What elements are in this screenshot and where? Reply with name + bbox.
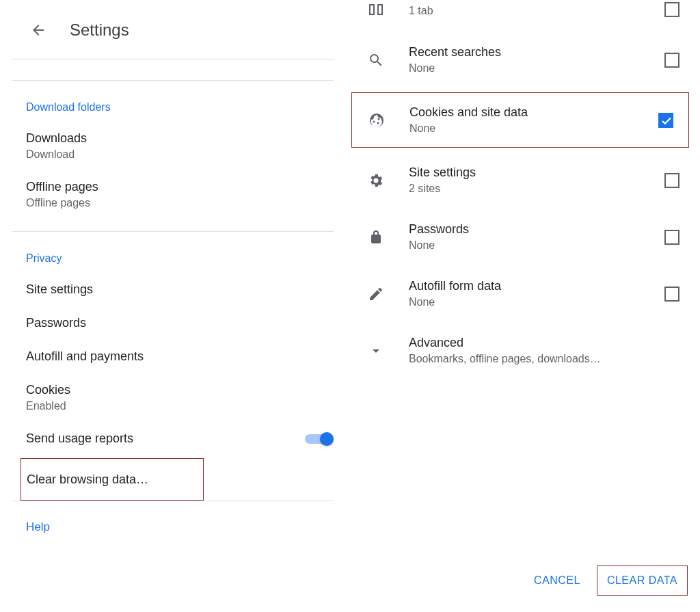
- option-title: Autofill form data: [409, 279, 664, 293]
- pencil-icon: [366, 284, 386, 304]
- row-offline-pages[interactable]: Offline pages Offline pages: [0, 170, 346, 219]
- toggle-thumb: [320, 432, 334, 446]
- option-advanced[interactable]: Advanced Bookmarks, offline pages, downl…: [346, 322, 700, 379]
- checkbox-autofill[interactable]: [664, 287, 679, 302]
- checkbox-passwords[interactable]: [664, 230, 679, 245]
- row-autofill-payments[interactable]: Autofill and payments: [0, 340, 346, 373]
- gear-icon: [366, 171, 386, 190]
- option-sub: Bookmarks, offline pages, downloads…: [409, 353, 679, 365]
- back-arrow-icon[interactable]: [30, 22, 46, 38]
- option-sub: None: [409, 62, 664, 75]
- divider: [12, 59, 334, 59]
- row-downloads[interactable]: Downloads Download: [0, 122, 346, 170]
- option-recent-searches[interactable]: Recent searches None: [346, 31, 700, 88]
- row-sub: Offline pages: [26, 197, 346, 209]
- page-title: Settings: [70, 21, 129, 40]
- row-title: Autofill and payments: [26, 349, 346, 364]
- option-sub: None: [409, 296, 664, 308]
- highlight-clear-browsing: Clear browsing data…: [21, 458, 204, 501]
- row-title: Site settings: [26, 282, 346, 297]
- svg-point-0: [373, 120, 375, 122]
- divider: [12, 231, 334, 232]
- checkbox-recent-searches[interactable]: [664, 53, 679, 68]
- row-title: Passwords: [26, 316, 346, 330]
- settings-panel: Settings Download folders Downloads Down…: [0, 0, 346, 612]
- row-title: Offline pages: [26, 180, 346, 194]
- option-passwords[interactable]: Passwords None: [346, 209, 700, 265]
- row-passwords[interactable]: Passwords: [0, 306, 346, 340]
- chevron-down-icon: [366, 341, 386, 360]
- row-title: Send usage reports: [26, 431, 133, 446]
- highlight-clear-data-button: CLEAR DATA: [597, 566, 688, 596]
- row-send-usage-reports[interactable]: Send usage reports: [0, 422, 346, 455]
- row-clear-browsing-data[interactable]: Clear browsing data…: [27, 473, 148, 487]
- option-open-tabs[interactable]: Open tabs 1 tab: [346, 0, 700, 31]
- option-title: Site settings: [409, 165, 664, 180]
- clear-data-button[interactable]: CLEAR DATA: [599, 568, 686, 594]
- option-sub: 1 tab: [409, 5, 664, 17]
- lock-icon: [366, 228, 386, 247]
- checkbox-site-settings[interactable]: [664, 173, 679, 188]
- usage-reports-toggle[interactable]: [305, 432, 331, 446]
- option-autofill[interactable]: Autofill form data None: [346, 265, 700, 322]
- cookie-icon: [367, 111, 386, 130]
- divider: [12, 80, 334, 81]
- search-icon: [366, 51, 386, 70]
- option-title: Advanced: [409, 336, 679, 350]
- row-site-settings[interactable]: Site settings: [0, 273, 346, 306]
- option-cookies-site-data[interactable]: Cookies and site data None: [352, 93, 688, 147]
- svg-point-1: [377, 122, 379, 124]
- checkbox-cookies[interactable]: [658, 113, 673, 128]
- option-sub: 2 sites: [409, 183, 664, 195]
- dialog-button-bar: CANCEL CLEAR DATA: [522, 566, 688, 596]
- section-download-folders: Download folders: [26, 101, 346, 114]
- row-sub: Enabled: [26, 400, 346, 412]
- cancel-button[interactable]: CANCEL: [522, 566, 593, 595]
- row-title: Downloads: [26, 131, 346, 146]
- svg-point-2: [378, 118, 380, 120]
- help-link[interactable]: Help: [26, 520, 50, 534]
- row-cookies[interactable]: Cookies Enabled: [0, 373, 346, 422]
- highlight-cookies: Cookies and site data None: [351, 92, 689, 148]
- checkbox-open-tabs[interactable]: [664, 2, 679, 17]
- option-sub: None: [409, 122, 658, 135]
- row-sub: Download: [26, 148, 346, 161]
- option-site-settings[interactable]: Site settings 2 sites: [346, 152, 700, 209]
- section-privacy: Privacy: [26, 252, 346, 265]
- option-title: Cookies and site data: [409, 105, 658, 120]
- row-title: Cookies: [26, 383, 346, 397]
- divider: [12, 501, 334, 501]
- option-title: Passwords: [409, 222, 664, 237]
- open-tabs-icon: [366, 0, 386, 19]
- option-title: Recent searches: [409, 45, 664, 59]
- settings-header: Settings: [0, 0, 346, 60]
- clear-data-panel: Open tabs 1 tab Recent searches None Coo…: [346, 0, 700, 612]
- option-sub: None: [409, 239, 664, 252]
